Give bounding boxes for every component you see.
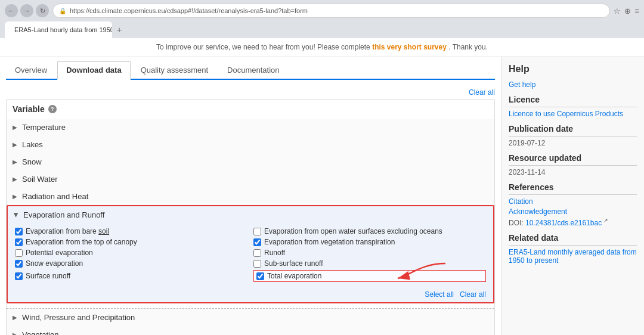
- label-subsurface-runoff[interactable]: Sub-surface runoff: [264, 259, 323, 268]
- section-radiation-heat[interactable]: ▶ Radiation and Heat: [7, 188, 494, 205]
- forward-button[interactable]: →: [20, 4, 33, 17]
- cb-subsurface-runoff[interactable]: [253, 260, 261, 268]
- help-icon[interactable]: ?: [48, 105, 57, 113]
- doi-link[interactable]: 10.24381/cds.e2161bac: [525, 219, 602, 227]
- browser-tab-active[interactable]: ERA5-Land hourly data from 1950 to p...: [5, 21, 112, 38]
- section-lakes[interactable]: ▶ Lakes: [7, 136, 494, 153]
- clear-all-top-link[interactable]: Clear all: [469, 88, 495, 97]
- arrow-radiation-heat: ▶: [13, 193, 17, 200]
- cb-evap-canopy[interactable]: [15, 238, 23, 246]
- label-total-evap[interactable]: Total evaporation: [267, 272, 321, 280]
- variable-title-text: Variable: [13, 104, 45, 114]
- address-bar[interactable]: 🔒 https://cds.climate.copernicus.eu/cdsa…: [52, 4, 610, 18]
- notification-bar: To improve our service, we need to hear …: [0, 38, 644, 57]
- sidebar-related-data: Related data ERA5-Land monthly averaged …: [509, 233, 637, 265]
- get-help-link[interactable]: Get help: [509, 80, 637, 89]
- arrow-temperature: ▶: [13, 124, 17, 131]
- label-evap-open-water[interactable]: Evaporation from open water surfaces exc…: [264, 227, 442, 235]
- browser-toolbar: ← → ↻ 🔒 https://cds.climate.copernicus.e…: [5, 4, 639, 18]
- survey-link[interactable]: this very short survey: [372, 43, 447, 51]
- references-title: References: [509, 182, 637, 195]
- cb-surface-runoff[interactable]: [15, 272, 23, 280]
- evaporation-clear-all[interactable]: Clear all: [460, 290, 486, 299]
- label-evaporation: Evaporation and Runoff: [23, 210, 104, 219]
- publication-title: Publication date: [509, 124, 637, 137]
- arrow-vegetation: ▶: [13, 331, 17, 335]
- browser-tabs: ERA5-Land hourly data from 1950 to p... …: [5, 21, 639, 38]
- sidebar-get-help: Get help: [509, 80, 637, 89]
- label-potential-evap[interactable]: Potential evaporation: [26, 249, 93, 257]
- label-wind: Wind, Pressure and Precipitation: [22, 313, 135, 322]
- label-snow-evap[interactable]: Snow evaporation: [26, 259, 83, 268]
- related-data-title: Related data: [509, 233, 637, 246]
- arrow-wind: ▶: [13, 314, 17, 321]
- content-area: Overview Download data Quality assessmen…: [0, 57, 501, 335]
- evaporation-checkboxes: Evaporation from bare soil Evaporation f…: [8, 224, 493, 288]
- sidebar-references: References Citation Acknowledgement DOI:…: [509, 182, 637, 227]
- notification-text-before: To improve our service, we need to hear …: [156, 43, 372, 51]
- label-radiation-heat: Radiation and Heat: [22, 192, 88, 201]
- label-surface-runoff[interactable]: Surface runoff: [26, 272, 70, 280]
- cb-evap-open-water[interactable]: [253, 228, 261, 235]
- checkbox-evap-bare-soil: Evaporation from bare soil: [15, 227, 247, 235]
- section-evaporation-runoff: ▶ Evaporation and Runoff Evaporation fro…: [7, 205, 494, 303]
- label-evap-vegetation[interactable]: Evaporation from vegetation transpiratio…: [264, 238, 395, 246]
- label-evap-bare-soil[interactable]: Evaporation from bare soil: [26, 227, 109, 235]
- cb-evap-vegetation[interactable]: [253, 238, 261, 246]
- section-soil-water[interactable]: ▶ Soil Water: [7, 170, 494, 188]
- tab-download-data[interactable]: Download data: [57, 61, 130, 80]
- cb-snow-evap[interactable]: [15, 260, 23, 268]
- checkbox-evap-open-water: Evaporation from open water surfaces exc…: [253, 227, 486, 235]
- label-runoff[interactable]: Runoff: [264, 249, 285, 257]
- section-snow[interactable]: ▶ Snow: [7, 153, 494, 170]
- section-evaporation-header[interactable]: ▶ Evaporation and Runoff: [8, 206, 493, 224]
- sidebar-resource-updated: Resource updated 2023-11-14: [509, 153, 637, 176]
- checkbox-snow-evap: Snow evaporation: [15, 259, 247, 268]
- publication-date: 2019-07-12: [509, 139, 637, 147]
- licence-link[interactable]: Licence to use Copernicus Products: [509, 110, 637, 118]
- new-tab-button[interactable]: +: [113, 21, 125, 38]
- checkbox-surface-runoff: Surface runoff: [15, 270, 247, 282]
- cb-runoff[interactable]: [253, 249, 261, 257]
- sidebar-title: Help: [509, 64, 637, 75]
- cb-evap-bare-soil[interactable]: [15, 228, 23, 235]
- doi-external-icon: ↗: [603, 218, 608, 224]
- checkbox-evap-canopy: Evaporation from the top of canopy: [15, 238, 247, 246]
- clear-all-top-row: Clear all: [6, 86, 495, 99]
- arrow-lakes: ▶: [13, 141, 17, 148]
- related-data-link[interactable]: ERA5-Land monthly averaged data from 195…: [509, 248, 637, 265]
- arrow-snow: ▶: [13, 159, 17, 165]
- evaporation-select-all[interactable]: Select all: [425, 290, 454, 299]
- section-vegetation[interactable]: ▶ Vegetation: [7, 326, 494, 335]
- refresh-button[interactable]: ↻: [36, 4, 49, 17]
- arrow-evaporation: ▶: [13, 213, 20, 218]
- section-temperature[interactable]: ▶ Temperature: [7, 119, 494, 136]
- tab-quality-assessment[interactable]: Quality assessment: [132, 61, 217, 79]
- sidebar-licence: Licence Licence to use Copernicus Produc…: [509, 95, 637, 118]
- checkbox-evap-vegetation: Evaporation from vegetation transpiratio…: [253, 238, 486, 246]
- variable-section-panel: Variable ? ▶ Temperature ▶ Lakes ▶ Snow: [6, 99, 495, 335]
- tab-documentation[interactable]: Documentation: [218, 61, 288, 79]
- citation-link[interactable]: Citation: [509, 197, 637, 206]
- licence-title: Licence: [509, 95, 637, 107]
- cb-total-evap[interactable]: [256, 272, 264, 280]
- nav-tabs: Overview Download data Quality assessmen…: [6, 57, 495, 80]
- back-button[interactable]: ←: [5, 4, 18, 17]
- checkbox-potential-evap: Potential evaporation: [15, 249, 247, 257]
- resource-updated-date: 2023-11-14: [509, 168, 637, 176]
- notification-text-after: . Thank you.: [448, 43, 488, 51]
- variable-title-row: Variable ?: [7, 100, 494, 119]
- resource-updated-title: Resource updated: [509, 153, 637, 166]
- tab-label: ERA5-Land hourly data from 1950 to p...: [14, 26, 112, 33]
- doi-label: DOI:: [509, 219, 524, 227]
- label-evap-canopy[interactable]: Evaporation from the top of canopy: [26, 238, 137, 246]
- acknowledgement-link[interactable]: Acknowledgement: [509, 207, 637, 216]
- cb-potential-evap[interactable]: [15, 249, 23, 257]
- sidebar-publication: Publication date 2019-07-12: [509, 124, 637, 147]
- browser-chrome: ← → ↻ 🔒 https://cds.climate.copernicus.e…: [0, 0, 644, 38]
- tab-overview[interactable]: Overview: [6, 61, 56, 79]
- section-wind-pressure[interactable]: ▶ Wind, Pressure and Precipitation: [7, 308, 494, 326]
- label-soil-water: Soil Water: [22, 175, 57, 184]
- arrow-soil-water: ▶: [13, 176, 17, 182]
- main-layout: Overview Download data Quality assessmen…: [0, 57, 644, 335]
